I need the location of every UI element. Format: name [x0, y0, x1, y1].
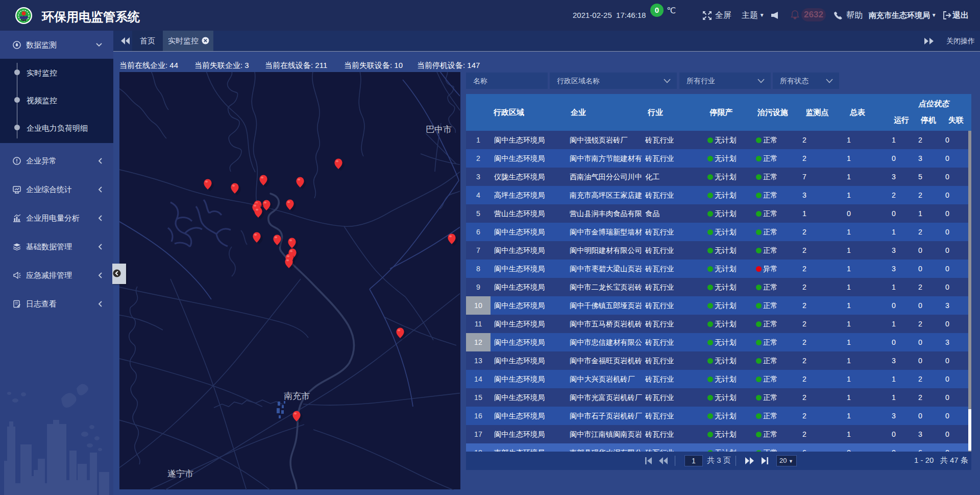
svg-text:遂宁市: 遂宁市	[167, 469, 193, 479]
svg-text:巴中市: 巴中市	[426, 125, 452, 134]
svg-text:南充市: 南充市	[284, 391, 310, 401]
